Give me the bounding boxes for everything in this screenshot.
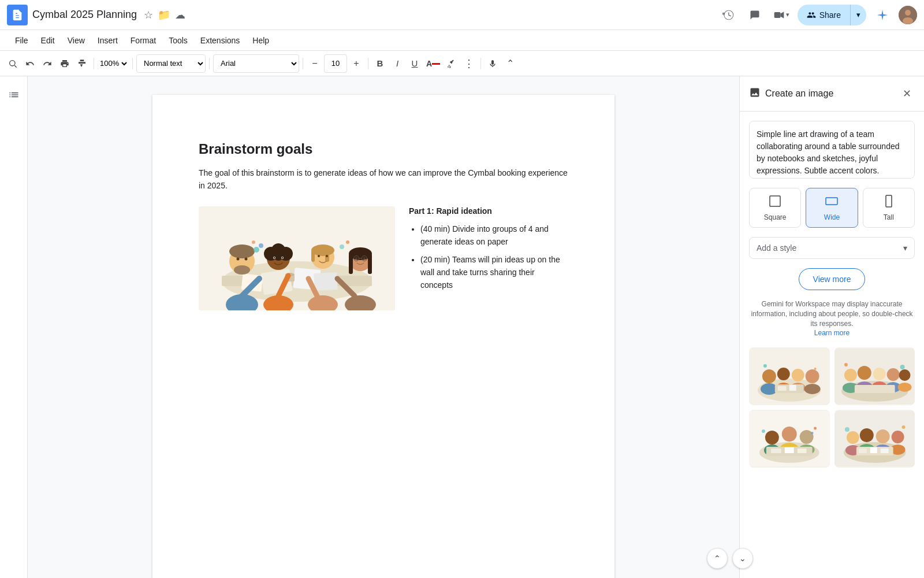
shape-tall-button[interactable]: Tall (863, 188, 915, 228)
comment-button[interactable] (744, 5, 765, 25)
svg-rect-59 (770, 196, 780, 206)
part-title[interactable]: Part 1: Rapid ideation (409, 206, 568, 216)
svg-point-71 (804, 384, 821, 394)
svg-rect-120 (880, 449, 888, 453)
generated-image-1[interactable] (749, 347, 830, 405)
separator-6 (480, 58, 481, 69)
menu-view[interactable]: View (62, 34, 91, 47)
generated-image-3[interactable] (749, 410, 830, 468)
search-toolbar-button[interactable] (5, 54, 21, 73)
menu-insert[interactable]: Insert (92, 34, 124, 47)
svg-rect-102 (785, 447, 794, 453)
history-button[interactable] (718, 5, 739, 25)
document-body-paragraph[interactable]: The goal of this brainstorm is to genera… (199, 166, 568, 192)
gemini-button[interactable] (872, 5, 893, 25)
scroll-down-control: ⌄ (732, 548, 753, 569)
redo-button[interactable] (39, 54, 55, 73)
panel-body: Simple line art drawing of a team collab… (740, 112, 924, 477)
style-placeholder: Add a style (757, 243, 796, 253)
cloud-icon[interactable]: ☁ (175, 9, 185, 21)
decrease-font-button[interactable]: − (307, 54, 323, 73)
svg-point-33 (282, 257, 283, 258)
meet-button[interactable]: ▾ (771, 5, 792, 25)
svg-rect-101 (771, 449, 781, 453)
style-dropdown[interactable]: Add a style ▾ (749, 237, 915, 259)
svg-point-83 (873, 368, 885, 380)
panel-close-button[interactable]: ✕ (899, 86, 915, 102)
svg-point-75 (763, 364, 767, 368)
folder-icon[interactable]: 📁 (158, 9, 170, 21)
generated-image-2[interactable] (834, 347, 915, 405)
zoom-select[interactable]: 100% 75% 125% (98, 54, 129, 73)
undo-button[interactable] (22, 54, 38, 73)
menu-edit[interactable]: Edit (35, 34, 61, 47)
content-row: Part 1: Rapid ideation (40 min) Divide i… (199, 206, 568, 310)
user-avatar[interactable] (899, 6, 917, 24)
zoom-control: 100% 75% 125% (98, 54, 129, 73)
panel-header-icon (749, 87, 761, 101)
font-size-display[interactable]: 10 (324, 54, 347, 73)
paint-format-button[interactable] (74, 54, 90, 73)
tall-icon (882, 194, 896, 211)
increase-font-button[interactable]: + (348, 54, 364, 73)
svg-point-91 (900, 365, 904, 369)
svg-point-29 (274, 251, 283, 261)
menu-tools[interactable]: Tools (163, 34, 193, 47)
svg-point-49 (363, 257, 366, 260)
learn-more-link[interactable]: Learn more (814, 329, 850, 337)
shape-square-button[interactable]: Square (749, 188, 801, 228)
underline-button[interactable]: U (407, 54, 423, 73)
svg-line-6 (14, 65, 16, 67)
paragraph-style-select[interactable]: Normal text Heading 1 Heading 2 Title (136, 54, 206, 73)
star-icon[interactable]: ☆ (144, 9, 153, 21)
svg-point-81 (857, 366, 871, 380)
scroll-down-button[interactable]: ⌄ (732, 548, 753, 569)
shape-wide-button[interactable]: Wide (806, 188, 858, 228)
team-illustration-image[interactable] (199, 206, 395, 310)
share-group: Share ▾ (798, 5, 866, 25)
more-options-button[interactable]: ⋮ (461, 54, 477, 73)
svg-point-79 (844, 369, 856, 381)
bullet-item-1[interactable]: (40 min) Divide into groups of 4 and gen… (420, 223, 568, 249)
voice-typing-button[interactable] (485, 54, 501, 73)
document-area: Brainstorm goals The goal of this brains… (28, 76, 739, 578)
menu-extensions[interactable]: Extensions (195, 34, 245, 47)
svg-rect-47 (368, 254, 372, 274)
wide-icon (825, 194, 839, 211)
bullet-item-2[interactable]: (20 min) Teams will pin ideas up on the … (420, 253, 568, 292)
svg-point-105 (814, 427, 817, 430)
italic-button[interactable]: I (389, 54, 405, 73)
svg-point-90 (844, 363, 847, 366)
menu-help[interactable]: Help (247, 34, 275, 47)
view-more-button[interactable]: View more (799, 268, 866, 290)
sidebar-toggle-button[interactable] (5, 86, 23, 104)
collapse-toolbar-button[interactable]: ⌃ (502, 54, 518, 73)
create-image-panel: Create an image ✕ Simple line art drawin… (739, 76, 924, 578)
text-color-button[interactable]: A (424, 54, 442, 73)
document-title[interactable]: Cymbal 2025 Planning (32, 9, 137, 21)
font-family-select[interactable]: Arial Times New Roman Georgia (213, 54, 299, 73)
svg-point-58 (346, 240, 349, 244)
document-heading[interactable]: Brainstorm goals (199, 141, 568, 157)
image-prompt-textarea[interactable]: Simple line art drawing of a team collab… (749, 121, 915, 179)
svg-point-64 (762, 369, 776, 383)
svg-rect-61 (886, 195, 892, 207)
share-dropdown-button[interactable]: ▾ (850, 5, 866, 25)
generated-image-4[interactable] (834, 410, 915, 468)
menu-format[interactable]: Format (125, 34, 162, 47)
highlight-button[interactable] (444, 54, 460, 73)
svg-point-54 (254, 247, 259, 253)
svg-point-19 (229, 244, 255, 258)
print-button[interactable] (57, 54, 73, 73)
panel-header: Create an image ✕ (740, 76, 924, 112)
bold-button[interactable]: B (372, 54, 388, 73)
svg-point-98 (800, 430, 814, 444)
svg-point-31 (274, 257, 275, 258)
menu-file[interactable]: File (9, 34, 34, 47)
share-button[interactable]: Share (798, 5, 850, 25)
scroll-up-button[interactable]: ⌃ (707, 548, 728, 569)
svg-point-109 (846, 431, 859, 444)
svg-point-57 (340, 244, 344, 249)
separator-3 (209, 58, 210, 69)
svg-point-5 (10, 60, 15, 65)
